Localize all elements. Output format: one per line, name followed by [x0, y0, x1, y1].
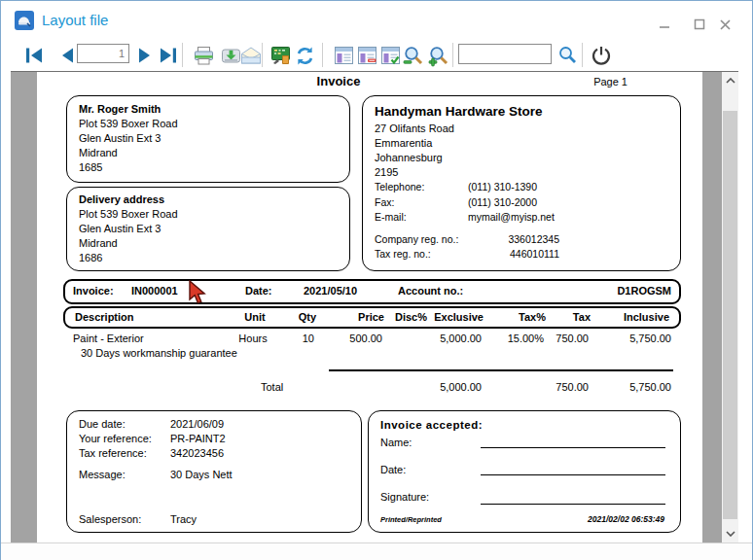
- next-page-button[interactable]: [133, 44, 157, 67]
- customer-name: Mr. Roger Smith: [79, 102, 338, 117]
- item-disc: [382, 332, 425, 344]
- document-title: Invoice: [280, 74, 397, 88]
- design-layout-button[interactable]: [269, 44, 293, 67]
- view-layout-3-icon: [379, 45, 402, 67]
- toolbar-separator: [182, 43, 183, 67]
- store-info-box: Handyman Hardware Store 27 Olifants Road…: [362, 95, 681, 271]
- exit-power-icon: [591, 45, 612, 66]
- account-number: D1ROGSM: [617, 285, 671, 297]
- close-icon: [719, 18, 732, 31]
- table-header-row: Description Unit Qty Price Disc% Exclusi…: [63, 306, 681, 329]
- vertical-scrollbar[interactable]: [722, 72, 738, 542]
- store-name: Handyman Hardware Store: [375, 104, 668, 119]
- store-registration-row: Tax reg. no.:446010111: [375, 247, 668, 262]
- mouse-cursor: [188, 280, 207, 305]
- toolbar-separator: [452, 43, 453, 67]
- close-button[interactable]: [713, 15, 736, 34]
- invoice-accepted-box: Invoice accepted: Name: Date: Signature:…: [368, 410, 681, 533]
- layout-file-window: Layout file: [0, 0, 753, 560]
- invoice-details-box: Due date:2021/06/09 Your reference:PR-PA…: [66, 410, 362, 533]
- customer-address-box: Mr. Roger Smith Plot 539 Boxer Road Glen…: [66, 95, 350, 183]
- print-icon: [193, 45, 215, 67]
- zoom-out-button[interactable]: [402, 44, 425, 67]
- total-row: 5,000.00 750.00 5,750.00: [63, 381, 681, 393]
- view-layout-1-button[interactable]: [332, 44, 355, 67]
- delivery-address-line: 1686: [79, 251, 338, 265]
- invoice-date: 2021/05/10: [304, 285, 357, 297]
- store-address-line: 27 Olifants Road: [375, 122, 668, 136]
- invoice-label: Invoice:: [73, 285, 114, 297]
- item-tax: 750.00: [544, 332, 589, 344]
- print-button[interactable]: [192, 44, 215, 67]
- email-button[interactable]: [239, 44, 263, 67]
- view-layout-1-icon: [333, 45, 355, 67]
- delivery-address-line: Midrand: [79, 236, 338, 251]
- total-tax: 750.00: [544, 381, 589, 393]
- maximize-icon: [694, 18, 705, 30]
- accepted-name-label: Name:: [380, 437, 412, 448]
- previous-page-button[interactable]: [55, 44, 79, 67]
- accepted-date-line: [481, 474, 665, 475]
- customer-address-line: Plot 539 Boxer Road: [79, 117, 338, 131]
- chevron-up-icon: [726, 78, 735, 84]
- account-label: Account no.:: [398, 285, 463, 297]
- exit-button[interactable]: [590, 44, 613, 67]
- view-layout-2-button[interactable]: [355, 44, 378, 67]
- total-inclusive: 5,750.00: [589, 381, 671, 393]
- accepted-signature-label: Signature:: [380, 491, 429, 503]
- col-unit: Unit: [231, 308, 279, 327]
- minimize-button[interactable]: [653, 15, 676, 34]
- accepted-signature-line: [481, 504, 665, 505]
- view-layout-3-button[interactable]: [378, 44, 402, 67]
- scroll-down-button[interactable]: [722, 525, 738, 542]
- report-preview-panel: Invoice Page 1 Mr. Roger Smith Plot 539 …: [11, 71, 738, 542]
- item-taxpct: 15.00%: [482, 332, 544, 344]
- printed-reprinted-label: Printed/Reprinted: [380, 515, 442, 524]
- store-address-line: Emmarentia: [375, 136, 668, 151]
- search-icon: [556, 45, 578, 66]
- customer-address-line: Midrand: [79, 146, 338, 160]
- invoice-info-bar: Invoice: IN000001 Date: 2021/05/10 Accou…: [63, 279, 681, 304]
- page-label: Page 1: [593, 76, 628, 88]
- invoice-number: IN000001: [131, 285, 178, 297]
- store-contact-row: Telephone:(011) 310-1390: [375, 180, 668, 195]
- last-page-button[interactable]: [157, 44, 180, 67]
- invoice-page: Invoice Page 1 Mr. Roger Smith Plot 539 …: [37, 72, 702, 542]
- chevron-down-icon: [726, 531, 735, 537]
- view-layout-2-icon: [356, 45, 378, 67]
- minimize-icon: [659, 18, 670, 30]
- col-qty: Qty: [279, 308, 316, 327]
- accepted-title: Invoice accepted:: [380, 419, 483, 431]
- design-layout-icon: [269, 45, 293, 67]
- scroll-up-button[interactable]: [722, 72, 738, 89]
- page-number-input[interactable]: [77, 44, 129, 63]
- search-input[interactable]: [458, 44, 552, 64]
- status-bar: [1, 542, 752, 560]
- refresh-button[interactable]: [293, 44, 316, 67]
- item-price: 500.00: [314, 332, 382, 344]
- zoom-out-icon: [402, 45, 425, 67]
- item-exclusive: 5,000.00: [425, 332, 482, 344]
- search-button[interactable]: [556, 44, 579, 67]
- total-exclusive: 5,000.00: [425, 381, 482, 393]
- store-registration-row: Company reg. no.:336012345: [375, 232, 668, 247]
- zoom-in-button[interactable]: [427, 44, 450, 67]
- delivery-address-line: Plot 539 Boxer Road: [79, 207, 338, 222]
- first-page-button[interactable]: [22, 44, 46, 67]
- toolbar-separator: [582, 43, 583, 67]
- store-contact-row: Fax:(011) 310-2000: [375, 195, 668, 211]
- customer-address-line: Glen Austin Ext 3: [79, 131, 338, 146]
- item-description: Paint - Exterior: [73, 332, 229, 344]
- toolbar-separator: [262, 43, 263, 67]
- refresh-icon: [294, 45, 316, 67]
- item-row: Paint - Exterior Hours 10 500.00 5,000.0…: [63, 332, 681, 344]
- delivery-address-line: Glen Austin Ext 3: [79, 222, 338, 236]
- col-disc: Disc%: [384, 308, 427, 327]
- print-timestamp: 2021/02/02 06:53:49: [588, 514, 664, 524]
- maximize-button[interactable]: [688, 15, 711, 34]
- toolbar: [1, 40, 752, 70]
- accepted-name-line: [481, 447, 665, 448]
- scrollbar-thumb[interactable]: [723, 111, 737, 519]
- accepted-date-label: Date:: [380, 464, 406, 475]
- delivery-address-box: Delivery address Plot 539 Boxer Road Gle…: [66, 187, 350, 271]
